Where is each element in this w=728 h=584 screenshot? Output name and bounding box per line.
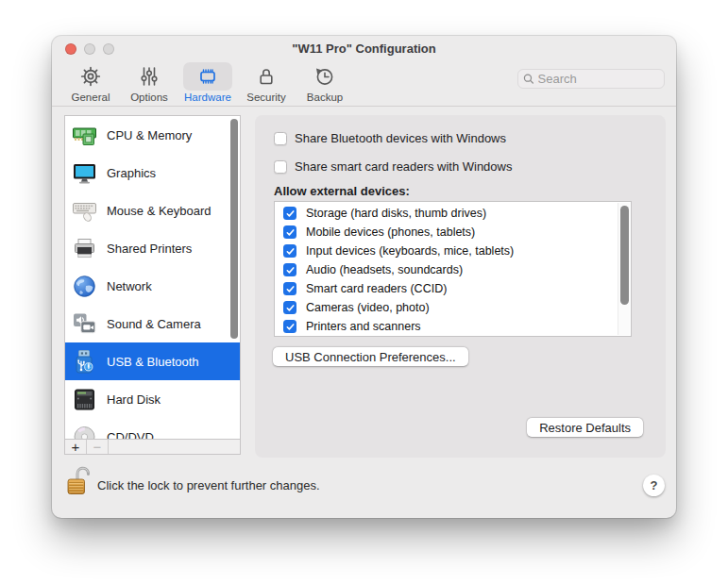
device-label: Input devices (keyboards, mice, tablets) bbox=[306, 244, 514, 258]
device-checkbox[interactable] bbox=[283, 244, 296, 258]
device-row-storage[interactable]: Storage (hard disks, thumb drives) bbox=[275, 204, 631, 223]
sidebar-item-cd-dvd[interactable]: CD/DVD bbox=[65, 418, 240, 439]
device-label: Printers and scanners bbox=[306, 320, 421, 333]
chip-icon bbox=[183, 62, 232, 91]
allow-external-devices-label: Allow external devices: bbox=[274, 184, 410, 198]
share-bluetooth-row: Share Bluetooth devices with Windows bbox=[274, 131, 506, 145]
share-smartcard-row: Share smart card readers with Windows bbox=[274, 159, 512, 174]
external-devices-list: Storage (hard disks, thumb drives) Mobil… bbox=[274, 201, 632, 337]
sidebar-item-usb-bluetooth[interactable]: USB & Bluetooth bbox=[65, 342, 240, 380]
tab-general-label: General bbox=[72, 92, 110, 103]
search-input[interactable] bbox=[538, 72, 659, 86]
sidebar-item-label: CPU & Memory bbox=[107, 128, 192, 142]
sidebar-item-label: Shared Printers bbox=[107, 242, 192, 256]
checkmark-icon bbox=[285, 246, 296, 257]
remove-device-button[interactable]: − bbox=[87, 440, 109, 454]
usb-bluetooth-icon bbox=[72, 349, 97, 375]
device-checkbox[interactable] bbox=[283, 301, 296, 314]
printer-icon bbox=[72, 236, 97, 261]
checkmark-icon bbox=[285, 227, 296, 238]
device-row-input[interactable]: Input devices (keyboards, mice, tablets) bbox=[275, 242, 631, 260]
tab-security[interactable]: Security bbox=[237, 62, 296, 103]
sidebar-item-label: Sound & Camera bbox=[107, 317, 201, 331]
tab-hardware[interactable]: Hardware bbox=[178, 62, 237, 103]
display-icon bbox=[72, 160, 97, 186]
device-row-printers[interactable]: Printers and scanners bbox=[275, 317, 631, 336]
hardware-sidebar: CPU & Memory Graphics Mouse & Keyboard bbox=[64, 115, 241, 455]
cd-icon bbox=[72, 425, 97, 440]
device-row-mobile[interactable]: Mobile devices (phones, tablets) bbox=[275, 223, 631, 242]
device-checkbox[interactable] bbox=[283, 320, 296, 333]
device-label: Storage (hard disks, thumb drives) bbox=[306, 207, 486, 220]
device-checkbox[interactable] bbox=[283, 225, 296, 239]
lock-icon bbox=[242, 62, 291, 91]
device-label: Cameras (video, photo) bbox=[306, 301, 430, 314]
tab-general[interactable]: General bbox=[61, 62, 120, 103]
device-label: Smart card readers (CCID) bbox=[306, 282, 447, 295]
usb-connection-preferences-button[interactable]: USB Connection Preferences... bbox=[273, 347, 468, 366]
memory-icon bbox=[72, 123, 97, 148]
titlebar: "W11 Pro" Configuration bbox=[52, 36, 676, 61]
device-checkbox[interactable] bbox=[283, 207, 296, 220]
tab-hardware-label: Hardware bbox=[184, 92, 231, 103]
tab-security-label: Security bbox=[246, 92, 286, 103]
device-row-cameras[interactable]: Cameras (video, photo) bbox=[275, 298, 631, 317]
sidebar-item-cpu-memory[interactable]: CPU & Memory bbox=[65, 116, 240, 154]
toolbar-tabs: General Options Hardware bbox=[61, 62, 354, 103]
share-smartcard-label: Share smart card readers with Windows bbox=[295, 159, 512, 174]
add-device-button[interactable]: + bbox=[65, 440, 87, 454]
sliders-icon bbox=[125, 62, 174, 91]
sidebar-item-sound-camera[interactable]: Sound & Camera bbox=[65, 305, 240, 342]
gear-icon bbox=[66, 62, 115, 91]
device-list-scrollbar-track[interactable] bbox=[618, 203, 630, 335]
sidebar-item-mouse-keyboard[interactable]: Mouse & Keyboard bbox=[65, 192, 240, 229]
help-button[interactable]: ? bbox=[643, 475, 665, 496]
sidebar-item-label: Hard Disk bbox=[107, 392, 161, 407]
checkmark-icon bbox=[285, 209, 296, 219]
device-row-audio[interactable]: Audio (headsets, soundcards) bbox=[275, 260, 631, 279]
window-title: "W11 Pro" Configuration bbox=[52, 42, 676, 56]
device-row-smartcard[interactable]: Smart card readers (CCID) bbox=[275, 279, 631, 298]
sidebar-bottom-bar: + − bbox=[65, 439, 240, 454]
sidebar-item-label: USB & Bluetooth bbox=[107, 355, 199, 369]
sidebar-item-graphics[interactable]: Graphics bbox=[65, 154, 240, 192]
lock-hint-text: Click the lock to prevent further change… bbox=[97, 478, 320, 492]
unlock-lock-icon[interactable] bbox=[65, 464, 93, 500]
checkmark-icon bbox=[285, 322, 296, 332]
checkmark-icon bbox=[285, 265, 296, 275]
checkmark-icon bbox=[285, 284, 296, 294]
tab-options-label: Options bbox=[130, 92, 168, 103]
restore-defaults-button[interactable]: Restore Defaults bbox=[527, 418, 643, 437]
usb-bluetooth-panel: Share Bluetooth devices with Windows Sha… bbox=[255, 115, 666, 458]
sound-camera-icon bbox=[72, 311, 97, 337]
sidebar-item-label: Graphics bbox=[107, 166, 156, 180]
backup-clock-icon bbox=[300, 62, 349, 91]
tab-options[interactable]: Options bbox=[120, 62, 178, 103]
sidebar-item-hard-disk[interactable]: Hard Disk bbox=[65, 380, 240, 418]
sidebar-scrollbar[interactable] bbox=[230, 119, 238, 339]
toolbar: General Options Hardware bbox=[52, 61, 676, 107]
sidebar-item-label: CD/DVD bbox=[107, 430, 154, 440]
sidebar-item-label: Network bbox=[107, 279, 152, 293]
keyboard-mouse-icon bbox=[72, 198, 97, 224]
device-label: Audio (headsets, soundcards) bbox=[306, 263, 463, 276]
hard-disk-icon bbox=[72, 387, 97, 412]
share-bluetooth-label: Share Bluetooth devices with Windows bbox=[295, 131, 506, 145]
device-label: Mobile devices (phones, tablets) bbox=[306, 225, 475, 239]
search-icon bbox=[523, 73, 534, 85]
hardware-list: CPU & Memory Graphics Mouse & Keyboard bbox=[65, 116, 240, 439]
sidebar-item-label: Mouse & Keyboard bbox=[107, 204, 212, 218]
checkmark-icon bbox=[285, 303, 296, 313]
globe-icon bbox=[72, 274, 97, 299]
tab-backup[interactable]: Backup bbox=[296, 62, 354, 103]
share-bluetooth-checkbox[interactable] bbox=[274, 132, 287, 145]
device-checkbox[interactable] bbox=[283, 282, 296, 295]
share-smartcard-checkbox[interactable] bbox=[274, 160, 287, 174]
tab-backup-label: Backup bbox=[307, 92, 343, 103]
search-field[interactable] bbox=[517, 69, 665, 89]
device-list-scrollbar-thumb[interactable] bbox=[620, 206, 629, 305]
configuration-window: "W11 Pro" Configuration General bbox=[52, 36, 676, 518]
sidebar-item-shared-printers[interactable]: Shared Printers bbox=[65, 229, 240, 267]
sidebar-item-network[interactable]: Network bbox=[65, 267, 240, 305]
device-checkbox[interactable] bbox=[283, 263, 296, 276]
